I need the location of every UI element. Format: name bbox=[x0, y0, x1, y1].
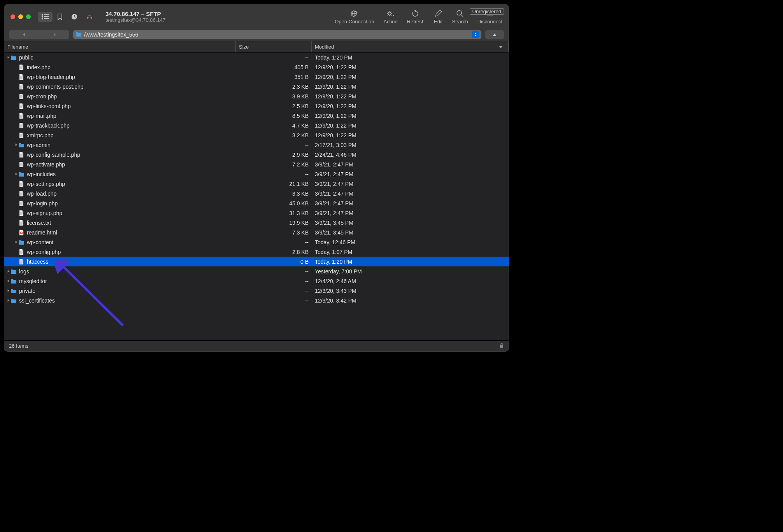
file-size: -- bbox=[236, 142, 312, 148]
bonjour-button[interactable] bbox=[82, 12, 97, 22]
file-size: 21.1 KB bbox=[236, 181, 312, 187]
file-modified: 3/9/21, 2:47 PM bbox=[312, 171, 509, 177]
path-bar: /www/testingsitex_556 bbox=[4, 29, 509, 41]
history-button[interactable] bbox=[67, 12, 81, 22]
file-size: 3.2 KB bbox=[236, 132, 312, 138]
column-size[interactable]: Size bbox=[236, 41, 312, 52]
disclosure-triangle[interactable] bbox=[6, 299, 11, 302]
file-row[interactable]: wp-activate.php7.2 KB3/9/21, 2:47 PM bbox=[4, 159, 509, 169]
file-modified: 3/9/21, 2:47 PM bbox=[312, 191, 509, 197]
file-modified: Yesterday, 7:00 PM bbox=[312, 268, 509, 275]
file-row[interactable]: wp-load.php3.3 KB3/9/21, 2:47 PM bbox=[4, 189, 509, 198]
file-row[interactable]: license.txt19.9 KB3/9/21, 3:45 PM bbox=[4, 218, 509, 228]
svg-marker-23 bbox=[393, 15, 394, 16]
file-size: -- bbox=[236, 298, 312, 304]
disclosure-triangle[interactable] bbox=[14, 172, 18, 176]
file-modified: 12/3/20, 3:43 PM bbox=[312, 288, 509, 294]
file-icon bbox=[18, 181, 25, 187]
nav-forward-button[interactable] bbox=[39, 30, 69, 39]
file-row[interactable]: wp-config.php2.8 KBToday, 1:07 PM bbox=[4, 247, 509, 257]
file-row[interactable]: wp-links-opml.php2.5 KB12/9/20, 1:22 PM bbox=[4, 101, 509, 111]
file-row[interactable]: wp-includes--3/9/21, 2:47 PM bbox=[4, 169, 509, 179]
column-modified-label: Modified bbox=[315, 44, 334, 50]
file-row[interactable]: wp-signup.php31.3 KB3/9/21, 2:47 PM bbox=[4, 208, 509, 218]
file-name: index.php bbox=[27, 64, 51, 70]
action-label: Action bbox=[383, 19, 397, 24]
file-row[interactable]: private--12/3/20, 3:43 PM bbox=[4, 286, 509, 296]
path-selector[interactable]: /www/testingsitex_556 bbox=[73, 30, 481, 39]
nav-back-button[interactable] bbox=[9, 30, 39, 39]
file-name: public bbox=[19, 54, 33, 61]
disclosure-triangle[interactable] bbox=[14, 240, 18, 244]
file-size: 31.3 KB bbox=[236, 210, 312, 216]
svg-marker-30 bbox=[54, 33, 56, 36]
file-row[interactable]: public--Today, 1:20 PM bbox=[4, 52, 509, 62]
svg-point-25 bbox=[457, 10, 462, 15]
file-size: -- bbox=[236, 278, 312, 284]
file-row[interactable]: wp-trackback.php4.7 KB12/9/20, 1:22 PM bbox=[4, 121, 509, 130]
bookmarks-button[interactable] bbox=[53, 12, 67, 22]
folder-icon bbox=[18, 239, 25, 245]
file-row[interactable]: wp-login.php45.0 KB3/9/21, 2:47 PM bbox=[4, 198, 509, 208]
file-row[interactable]: wp-settings.php21.1 KB3/9/21, 2:47 PM bbox=[4, 179, 509, 189]
path-dropdown-icon[interactable] bbox=[472, 31, 479, 38]
column-filename[interactable]: Filename bbox=[4, 41, 236, 52]
edit-label: Edit bbox=[434, 19, 442, 24]
edit-button[interactable]: Edit bbox=[434, 9, 442, 24]
file-row[interactable]: wp-admin--2/17/21, 3:03 PM bbox=[4, 140, 509, 150]
file-modified: 12/9/20, 1:22 PM bbox=[312, 84, 509, 90]
file-row[interactable]: xmlrpc.php3.2 KB12/9/20, 1:22 PM bbox=[4, 130, 509, 140]
file-row[interactable]: wp-content--Today, 12:46 PM bbox=[4, 237, 509, 247]
column-modified[interactable]: Modified bbox=[312, 41, 509, 52]
file-size: 2.3 KB bbox=[236, 84, 312, 90]
file-size: 405 B bbox=[236, 64, 312, 70]
open-connection-label: Open Connection bbox=[335, 19, 374, 24]
file-name: htaccess bbox=[27, 259, 48, 265]
file-name: wp-activate.php bbox=[27, 161, 65, 168]
view-mode-button[interactable] bbox=[38, 12, 53, 22]
file-row[interactable]: ssl_certificates--12/3/20, 3:42 PM bbox=[4, 296, 509, 305]
refresh-button[interactable]: Refresh bbox=[407, 9, 425, 24]
disclosure-triangle[interactable] bbox=[6, 56, 11, 59]
column-headers: Filename Size Modified bbox=[4, 41, 509, 52]
file-modified: Today, 12:46 PM bbox=[312, 239, 509, 245]
file-size: 351 B bbox=[236, 74, 312, 80]
folder-icon bbox=[11, 268, 17, 275]
status-bar: 26 Items bbox=[4, 340, 509, 351]
file-row[interactable]: htaccess0 BToday, 1:20 PM bbox=[4, 257, 509, 266]
search-button[interactable]: Search bbox=[452, 9, 468, 24]
go-up-button[interactable] bbox=[485, 30, 504, 39]
maximize-window-button[interactable] bbox=[26, 14, 31, 19]
file-name: wp-includes bbox=[27, 171, 56, 177]
disclosure-triangle[interactable] bbox=[6, 270, 11, 273]
file-icon bbox=[18, 191, 25, 197]
file-row[interactable]: wp-blog-header.php351 B12/9/20, 1:22 PM bbox=[4, 72, 509, 82]
file-name: wp-login.php bbox=[27, 200, 58, 206]
file-row[interactable]: index.php405 B12/9/20, 1:22 PM bbox=[4, 62, 509, 72]
open-connection-button[interactable]: Open Connection bbox=[335, 9, 374, 24]
file-size: 19.9 KB bbox=[236, 220, 312, 226]
svg-rect-1 bbox=[44, 14, 49, 15]
file-row[interactable]: readme.html7.3 KB3/9/21, 3:45 PM bbox=[4, 228, 509, 237]
file-modified: 2/17/21, 3:03 PM bbox=[312, 142, 509, 148]
file-icon bbox=[18, 161, 25, 168]
file-row[interactable]: wp-comments-post.php2.3 KB12/9/20, 1:22 … bbox=[4, 82, 509, 91]
file-row[interactable]: mysqleditor--12/4/20, 2:46 AM bbox=[4, 276, 509, 286]
file-row[interactable]: logs--Yesterday, 7:00 PM bbox=[4, 266, 509, 276]
file-row[interactable]: wp-config-sample.php2.9 KB2/24/21, 4:46 … bbox=[4, 150, 509, 159]
disclosure-triangle[interactable] bbox=[6, 289, 11, 292]
file-size: -- bbox=[236, 171, 312, 177]
file-name: readme.html bbox=[27, 229, 57, 236]
file-listing[interactable]: public--Today, 1:20 PMindex.php405 B12/9… bbox=[4, 52, 509, 340]
minimize-window-button[interactable] bbox=[18, 14, 23, 19]
action-button[interactable]: Action bbox=[383, 9, 397, 24]
file-row[interactable]: wp-cron.php3.9 KB12/9/20, 1:22 PM bbox=[4, 91, 509, 101]
disclosure-triangle[interactable] bbox=[6, 279, 11, 283]
file-icon bbox=[18, 249, 25, 255]
disclosure-triangle[interactable] bbox=[14, 143, 18, 147]
close-window-button[interactable] bbox=[11, 14, 15, 19]
svg-rect-114 bbox=[500, 345, 503, 348]
file-row[interactable]: wp-mail.php8.5 KB12/9/20, 1:22 PM bbox=[4, 111, 509, 121]
file-name: wp-load.php bbox=[27, 191, 56, 197]
file-name: mysqleditor bbox=[19, 278, 47, 284]
